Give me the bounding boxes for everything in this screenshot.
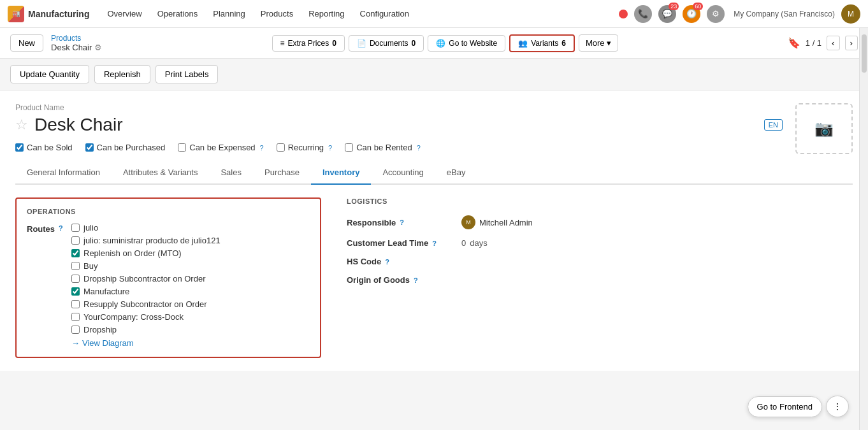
- print-labels-button[interactable]: Print Labels: [156, 65, 219, 83]
- customer-lead-time-row: Customer Lead Time ? 0 days: [347, 238, 853, 248]
- product-form: Product Name ☆ Desk Chair EN Can be Sold…: [0, 90, 868, 185]
- origin-of-goods-row: Origin of Goods ?: [347, 275, 853, 285]
- route-replenish-mto[interactable]: Replenish on Order (MTO): [71, 248, 221, 258]
- product-name-label: Product Name: [15, 103, 783, 112]
- new-button[interactable]: New: [10, 34, 43, 52]
- breadcrumb-parent[interactable]: Products: [51, 34, 102, 43]
- recurring-checkbox[interactable]: Recurring ?: [277, 143, 332, 152]
- next-page-button[interactable]: ›: [845, 36, 858, 50]
- customer-lead-time-help-icon[interactable]: ?: [432, 240, 437, 247]
- activity-badge: 60: [693, 3, 703, 10]
- recurring-help-icon[interactable]: ?: [328, 144, 332, 152]
- hs-code-row: HS Code ?: [347, 257, 853, 266]
- view-diagram-link[interactable]: → View Diagram: [71, 338, 310, 348]
- responsible-label: Responsible ?: [347, 218, 455, 227]
- route-julio-suministrar[interactable]: julio: suministrar producto de julio121: [71, 236, 221, 245]
- gear-icon[interactable]: ⚙: [94, 43, 102, 52]
- globe-icon: 🌐: [436, 39, 445, 48]
- action-buttons: ≡ Extra Prices 0 📄 Documents 0 🌐 Go to W…: [110, 34, 779, 52]
- product-title-row: ☆ Desk Chair EN: [15, 115, 783, 135]
- can-be-sold-checkbox[interactable]: Can be Sold: [15, 143, 73, 152]
- document-icon: 📄: [357, 39, 366, 48]
- rented-help-icon[interactable]: ?: [417, 144, 421, 152]
- operations-section-title: OPERATIONS: [27, 208, 310, 215]
- route-resupply-subcontractor[interactable]: Resupply Subcontractor on Order: [71, 299, 221, 309]
- variants-button[interactable]: 👥 Variants 6: [509, 34, 575, 52]
- route-dropship-subcontractor[interactable]: Dropship Subcontractor on Order: [71, 274, 221, 283]
- route-dropship[interactable]: Dropship: [71, 325, 221, 334]
- settings-icon[interactable]: ⚙: [707, 5, 725, 23]
- favorite-star-icon[interactable]: ☆: [15, 117, 28, 133]
- scrollbar-thumb[interactable]: [862, 34, 867, 73]
- responsible-help-icon[interactable]: ?: [400, 219, 404, 226]
- update-quantity-button[interactable]: Update Quantity: [10, 65, 89, 83]
- scrollbar[interactable]: [859, 28, 868, 371]
- camera-plus-icon: 📷: [814, 120, 834, 138]
- documents-button[interactable]: 📄 Documents 0: [349, 35, 424, 52]
- route-buy[interactable]: Buy: [71, 261, 221, 271]
- list-icon: ≡: [280, 39, 285, 48]
- nav-right: 📞 💬 23 🕐 60 ⚙ My Company (San Francisco)…: [619, 4, 860, 24]
- origin-of-goods-help-icon[interactable]: ?: [414, 276, 418, 284]
- routes-help-icon[interactable]: ?: [59, 224, 63, 232]
- can-be-expensed-checkbox[interactable]: Can be Expensed ?: [178, 143, 263, 152]
- logistics-section-title: LOGISTICS: [347, 197, 853, 205]
- chevron-down-icon: ▾: [607, 38, 611, 48]
- tab-attributes-variants[interactable]: Attributes & Variants: [112, 161, 210, 185]
- user-avatar[interactable]: M: [841, 4, 860, 24]
- indicator-red[interactable]: [619, 10, 628, 18]
- arrow-right-icon: →: [71, 338, 80, 348]
- expensed-help-icon[interactable]: ?: [260, 144, 264, 152]
- phone-icon[interactable]: 📞: [634, 5, 652, 23]
- tab-inventory[interactable]: Inventory: [311, 161, 372, 185]
- activity-icon[interactable]: 🕐 60: [683, 5, 700, 23]
- product-image-placeholder[interactable]: 📷: [795, 103, 853, 154]
- app-logo: 🏭 Manufacturing: [8, 6, 89, 22]
- more-button[interactable]: More ▾: [579, 34, 618, 52]
- tab-ebay[interactable]: eBay: [435, 161, 477, 185]
- app-name: Manufacturing: [28, 9, 89, 19]
- nav-products[interactable]: Products: [254, 6, 300, 21]
- can-be-rented-checkbox[interactable]: Can be Rented ?: [345, 143, 421, 152]
- route-yourcompany-crossdock[interactable]: YourCompany: Cross-Dock: [71, 312, 221, 322]
- origin-of-goods-label: Origin of Goods ?: [347, 275, 455, 285]
- customer-lead-time-value: 0 days: [461, 238, 488, 248]
- bookmark-icon[interactable]: 🔖: [788, 37, 800, 49]
- language-badge[interactable]: EN: [764, 119, 783, 131]
- replenish-button[interactable]: Replenish: [94, 65, 150, 83]
- customer-lead-time-label: Customer Lead Time ?: [347, 238, 455, 248]
- tab-accounting[interactable]: Accounting: [371, 161, 435, 185]
- pagination: 1 / 1: [806, 38, 821, 48]
- routes-row: Routes ? julio julio: suministrar produc…: [27, 223, 310, 334]
- tab-purchase[interactable]: Purchase: [253, 161, 311, 185]
- nav-reporting[interactable]: Reporting: [302, 6, 351, 21]
- page-actions: Update Quantity Replenish Print Labels: [0, 59, 868, 90]
- hs-code-help-icon[interactable]: ?: [385, 258, 389, 266]
- tab-sales[interactable]: Sales: [209, 161, 253, 185]
- product-tabs: General Information Attributes & Variant…: [15, 161, 853, 185]
- responsible-row: Responsible ? M Mitchell Admin: [347, 215, 853, 229]
- go-to-website-button[interactable]: 🌐 Go to Website: [428, 35, 505, 52]
- route-manufacture[interactable]: Manufacture: [71, 287, 221, 296]
- nav-configuration[interactable]: Configuration: [354, 6, 416, 21]
- tab-general-information[interactable]: General Information: [15, 161, 112, 185]
- chat-icon[interactable]: 💬 23: [658, 5, 676, 23]
- logistics-section: LOGISTICS Responsible ? M Mitchell Admin…: [347, 197, 853, 358]
- variants-icon: 👥: [518, 39, 528, 48]
- nav-items: Overview Operations Planning Products Re…: [101, 6, 619, 21]
- inventory-tab-content: OPERATIONS Routes ? julio julio: suminis…: [0, 185, 868, 371]
- responsible-avatar: M: [461, 215, 475, 229]
- prev-page-button[interactable]: ‹: [827, 36, 839, 50]
- operations-section: OPERATIONS Routes ? julio julio: suminis…: [15, 197, 321, 358]
- checkboxes-row: Can be Sold Can be Purchased Can be Expe…: [15, 143, 783, 152]
- route-julio[interactable]: julio: [71, 223, 221, 233]
- nav-overview[interactable]: Overview: [101, 6, 148, 21]
- nav-planning[interactable]: Planning: [206, 6, 252, 21]
- can-be-purchased-checkbox[interactable]: Can be Purchased: [85, 143, 166, 152]
- nav-operations[interactable]: Operations: [151, 6, 205, 21]
- action-bar-right: 🔖 1 / 1 ‹ ›: [788, 36, 858, 50]
- routes-list: julio julio: suministrar producto de jul…: [71, 223, 221, 334]
- extra-prices-button[interactable]: ≡ Extra Prices 0: [272, 35, 345, 52]
- action-bar: New Products Desk Chair ⚙ ≡ Extra Prices…: [0, 28, 868, 59]
- hs-code-label: HS Code ?: [347, 257, 455, 266]
